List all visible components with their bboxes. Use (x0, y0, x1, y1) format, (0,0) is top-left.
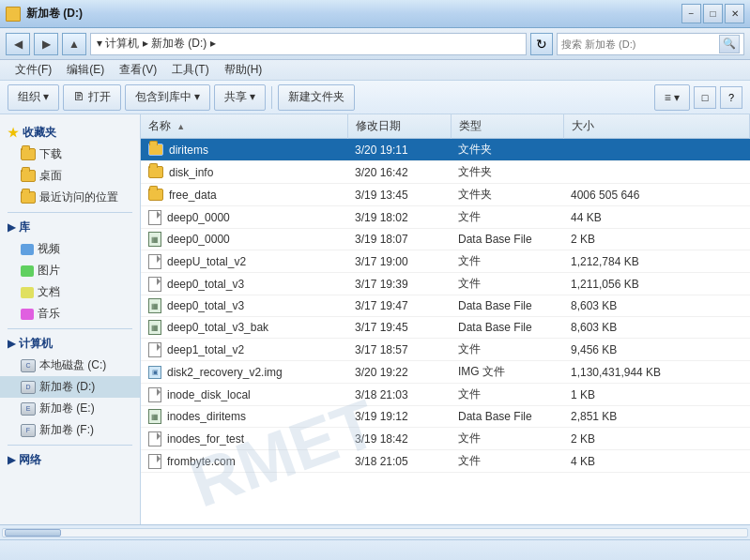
refresh-button[interactable]: ↻ (530, 33, 553, 55)
table-row[interactable]: disk_info 3/20 16:42 文件夹 (141, 161, 750, 184)
file-list-container[interactable]: 名称 ▲ 修改日期 类型 大小 (141, 114, 750, 524)
file-name: disk_info (169, 166, 213, 179)
sidebar-computer-header[interactable]: ▶ 计算机 (0, 333, 140, 355)
new-folder-button[interactable]: 新建文件夹 (278, 84, 355, 111)
sidebar-library-section: ▶ 库 视频 图片 文档 音乐 (0, 217, 140, 325)
file-name: inodes_for_test (167, 432, 244, 446)
sidebar-doc-label: 文档 (38, 284, 60, 300)
maximize-button[interactable]: □ (703, 4, 723, 23)
file-name: deep0_total_v3 (167, 299, 244, 312)
cell-modified: 3/19 19:12 (347, 406, 451, 428)
cell-name: diritems (141, 139, 347, 161)
sidebar-library-label: 库 (19, 219, 30, 235)
table-row[interactable]: ▣ disk2_recovery_v2.img 3/20 19:22 IMG 文… (141, 361, 750, 384)
include-button[interactable]: 包含到库中 ▾ (125, 84, 210, 111)
help-button[interactable]: ? (720, 86, 742, 109)
drive-f-icon: F (21, 424, 36, 437)
sidebar-item-music[interactable]: 音乐 (0, 303, 140, 325)
cell-type: 文件 (451, 273, 563, 295)
menu-edit[interactable]: 编辑(E) (59, 60, 112, 80)
sidebar-item-newvol-f[interactable]: F 新加卷 (F:) (0, 419, 140, 441)
sidebar-item-newvol-d[interactable]: D 新加卷 (D:) (0, 376, 140, 398)
col-type[interactable]: 类型 (451, 114, 563, 139)
cell-name: ▦ deep0_0000 (141, 229, 347, 250)
table-row[interactable]: diritems 3/20 19:11 文件夹 (141, 139, 750, 161)
menu-view[interactable]: 查看(V) (112, 60, 164, 80)
open-button[interactable]: 🖹 打开 (63, 84, 120, 111)
share-button[interactable]: 共享 ▾ (214, 84, 266, 111)
cell-type: 文件 (451, 450, 563, 473)
col-name[interactable]: 名称 ▲ (141, 114, 347, 139)
sidebar-item-recent[interactable]: 最近访问的位置 (0, 187, 140, 208)
table-row[interactable]: deep1_total_v2 3/17 18:57 文件 9,456 KB (141, 339, 750, 361)
status-bar (0, 539, 750, 560)
sidebar-favorites-header[interactable]: ★ 收藏夹 (0, 122, 140, 144)
sidebar-library-header[interactable]: ▶ 库 (0, 217, 140, 238)
file-icon (148, 342, 161, 357)
table-row[interactable]: ▦ deep0_0000 3/19 18:07 Data Base File 2… (141, 229, 750, 250)
table-row[interactable]: deep0_0000 3/19 18:02 文件 44 KB (141, 206, 750, 229)
sidebar-download-label: 下载 (39, 146, 62, 162)
forward-button[interactable]: ▶ (34, 33, 58, 55)
file-name: inodes_diritems (167, 410, 246, 423)
table-row[interactable]: deep0_total_v3 3/17 19:39 文件 1,211,056 K… (141, 273, 750, 295)
view-toggle-button[interactable]: □ (694, 86, 716, 109)
menu-file[interactable]: 文件(F) (8, 60, 59, 80)
col-size[interactable]: 大小 (563, 114, 750, 139)
main-layout: ★ 收藏夹 下载 桌面 最近访问的位置 (0, 114, 750, 524)
sidebar-network-header[interactable]: ▶ 网络 (0, 449, 140, 471)
cell-size: 1 KB (563, 384, 750, 406)
organize-button[interactable]: 组织 ▾ (8, 84, 59, 111)
cell-name: frombyte.com (141, 450, 347, 473)
table-row[interactable]: ▦ inodes_diritems 3/19 19:12 Data Base F… (141, 406, 750, 428)
table-row[interactable]: inodes_for_test 3/19 18:42 文件 2 KB (141, 428, 750, 450)
menu-help[interactable]: 帮助(H) (217, 60, 270, 80)
cell-modified: 3/18 21:05 (347, 450, 451, 473)
table-row[interactable]: inode_disk_local 3/18 21:03 文件 1 KB (141, 384, 750, 406)
file-name: deep0_0000 (167, 233, 230, 246)
file-name: disk2_recovery_v2.img (167, 366, 283, 379)
minimize-button[interactable]: − (681, 4, 701, 23)
sidebar-item-local-disk[interactable]: C 本地磁盘 (C:) (0, 355, 140, 376)
scrollbar-thumb[interactable] (5, 529, 61, 537)
sidebar-item-doc[interactable]: 文档 (0, 281, 140, 303)
sidebar-computer-label: 计算机 (19, 336, 53, 352)
sidebar-divider-2 (8, 328, 132, 329)
menu-tools[interactable]: 工具(T) (164, 60, 216, 80)
toolbar-right: ≡ ▾ □ ? (654, 84, 742, 111)
table-row[interactable]: ▦ deep0_total_v3_bak 3/17 19:45 Data Bas… (141, 317, 750, 339)
folder-icon (148, 189, 163, 201)
sidebar-item-video[interactable]: 视频 (0, 238, 140, 260)
doc-icon (21, 287, 34, 298)
col-modified[interactable]: 修改日期 (347, 114, 451, 139)
cell-name: deep0_total_v3 (141, 273, 347, 295)
search-button[interactable]: 🔍 (719, 35, 740, 53)
back-button[interactable]: ◀ (6, 33, 30, 55)
cell-size: 1,212,784 KB (563, 250, 750, 273)
file-name: deep0_total_v3 (167, 278, 244, 291)
cell-modified: 3/19 18:02 (347, 206, 451, 229)
cell-name: deepU_total_v2 (141, 250, 347, 273)
computer-icon: ▶ (8, 338, 15, 350)
cell-type: 文件 (451, 206, 563, 229)
sidebar-item-newvol-e[interactable]: E 新加卷 (E:) (0, 398, 140, 419)
table-row[interactable]: ▦ deep0_total_v3 3/17 19:47 Data Base Fi… (141, 295, 750, 317)
sidebar-item-image[interactable]: 图片 (0, 260, 140, 281)
cell-modified: 3/20 19:11 (347, 139, 451, 161)
title-bar-icon (6, 7, 21, 22)
sidebar: ★ 收藏夹 下载 桌面 最近访问的位置 (0, 114, 141, 524)
folder-icon (148, 144, 163, 156)
horizontal-scrollbar[interactable] (0, 524, 750, 539)
table-row[interactable]: frombyte.com 3/18 21:05 文件 4 KB (141, 450, 750, 473)
cell-size: 2 KB (563, 229, 750, 250)
close-button[interactable]: ✕ (725, 4, 744, 23)
search-input[interactable] (561, 38, 719, 50)
sidebar-item-downloads[interactable]: 下载 (0, 144, 140, 165)
table-row[interactable]: deepU_total_v2 3/17 19:00 文件 1,212,784 K… (141, 250, 750, 273)
table-row[interactable]: free_data 3/19 13:45 文件夹 4006 505 646 (141, 184, 750, 206)
sidebar-item-desktop[interactable]: 桌面 (0, 165, 140, 187)
up-button[interactable]: ▲ (62, 33, 86, 55)
view-options-button[interactable]: ≡ ▾ (654, 84, 690, 111)
cell-type: 文件夹 (451, 184, 563, 206)
address-path[interactable]: ▾ 计算机 ▸ 新加卷 (D:) ▸ (90, 33, 527, 55)
